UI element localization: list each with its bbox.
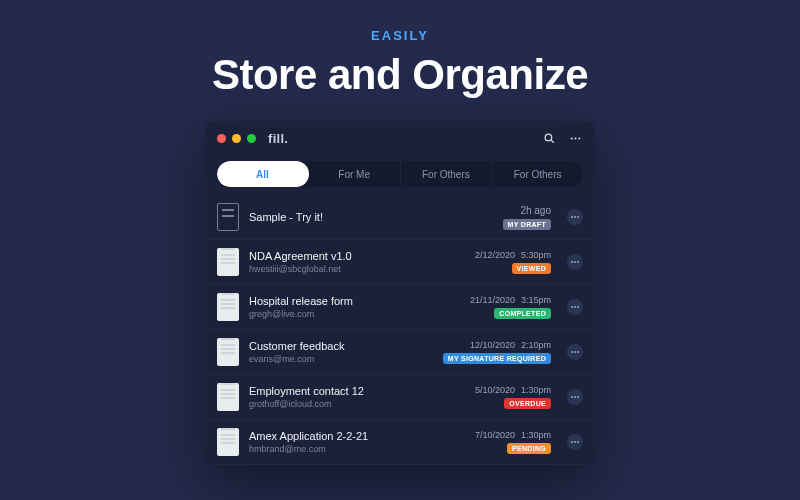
traffic-lights [217,134,256,143]
date-text: 7/10/2020 [475,430,515,440]
time-text: 3:15pm [521,295,551,305]
document-owner: hwestiii@sbcglobal.net [249,264,465,274]
svg-point-3 [574,137,576,139]
date-text: 5/10/2020 [475,385,515,395]
hero-title: Store and Organize [212,51,588,99]
date-text: 12/10/2020 [470,340,515,350]
status-badge: VIEWED [512,263,551,274]
titlebar: fill. [205,121,595,155]
row-meta: 12/10/20202:10pmMY SIGNATURE REQUIRED [443,340,551,364]
document-owner: evans@me.com [249,354,433,364]
document-title: NDA Agreement v1.0 [249,250,465,262]
svg-point-4 [578,137,580,139]
row-meta: 5/10/20201:30pmOVERDUE [475,385,551,409]
date-text: 21/11/2020 [470,295,515,305]
svg-line-1 [551,140,554,143]
document-icon [217,383,239,411]
document-icon [217,338,239,366]
app-window: fill. AllFor MeFor OthersFor Others Samp… [205,121,595,465]
row-meta: 2h agoMY DRAFT [503,205,551,230]
status-badge: COMPLETED [494,308,551,319]
list-item[interactable]: Hospital release formgregh@live.com21/11… [205,285,595,330]
row-meta: 7/10/20201:30pmPENDING [475,430,551,454]
status-badge: MY SIGNATURE REQUIRED [443,353,551,364]
document-title: Sample - Try it! [249,211,493,223]
search-icon[interactable] [541,130,557,146]
document-outline-icon [217,203,239,231]
document-title: Customer feedback [249,340,433,352]
row-more-icon[interactable] [567,299,583,315]
status-badge: MY DRAFT [503,219,551,230]
row-main: NDA Agreement v1.0hwestiii@sbcglobal.net [249,250,465,274]
hero-eyebrow: EASILY [371,28,429,43]
time-text: 1:30pm [521,430,551,440]
list-item[interactable]: NDA Agreement v1.0hwestiii@sbcglobal.net… [205,240,595,285]
row-main: Sample - Try it! [249,211,493,223]
row-main: Amex Application 2-2-21hmbrand@me.com [249,430,465,454]
more-icon[interactable] [567,130,583,146]
row-meta: 2/12/20205:30pmVIEWED [475,250,551,274]
svg-point-0 [545,134,552,141]
date-text: 2/12/2020 [475,250,515,260]
document-icon [217,293,239,321]
list-item[interactable]: Sample - Try it!2h agoMY DRAFT [205,195,595,240]
svg-point-2 [570,137,572,139]
brand-logo: fill. [268,131,328,146]
minimize-dot[interactable] [232,134,241,143]
row-meta: 21/11/20203:15pmCOMPLETED [470,295,551,319]
status-badge: OVERDUE [504,398,551,409]
document-owner: hmbrand@me.com [249,444,465,454]
tab-all-0[interactable]: All [217,161,309,187]
row-more-icon[interactable] [567,434,583,450]
relative-time: 2h ago [520,205,551,216]
time-text: 5:30pm [521,250,551,260]
row-main: Customer feedbackevans@me.com [249,340,433,364]
tab-for-others-3[interactable]: For Others [492,161,583,187]
row-main: Hospital release formgregh@live.com [249,295,460,319]
filter-tabs: AllFor MeFor OthersFor Others [217,161,583,187]
document-title: Amex Application 2-2-21 [249,430,465,442]
document-title: Hospital release form [249,295,460,307]
list-item[interactable]: Customer feedbackevans@me.com12/10/20202… [205,330,595,375]
status-badge: PENDING [507,443,551,454]
row-more-icon[interactable] [567,389,583,405]
zoom-dot[interactable] [247,134,256,143]
document-owner: grothoff@icloud.com [249,399,465,409]
row-main: Employment contact 12grothoff@icloud.com [249,385,465,409]
tab-for-others-2[interactable]: For Others [401,161,493,187]
time-text: 1:30pm [521,385,551,395]
list-item[interactable]: Employment contact 12grothoff@icloud.com… [205,375,595,420]
document-list: Sample - Try it!2h agoMY DRAFTNDA Agreem… [205,195,595,465]
document-title: Employment contact 12 [249,385,465,397]
list-item[interactable]: Amex Application 2-2-21hmbrand@me.com7/1… [205,420,595,465]
row-more-icon[interactable] [567,344,583,360]
document-owner: gregh@live.com [249,309,460,319]
row-more-icon[interactable] [567,209,583,225]
time-text: 2:10pm [521,340,551,350]
tab-for-me-1[interactable]: For Me [309,161,401,187]
document-icon [217,428,239,456]
close-dot[interactable] [217,134,226,143]
document-icon [217,248,239,276]
row-more-icon[interactable] [567,254,583,270]
